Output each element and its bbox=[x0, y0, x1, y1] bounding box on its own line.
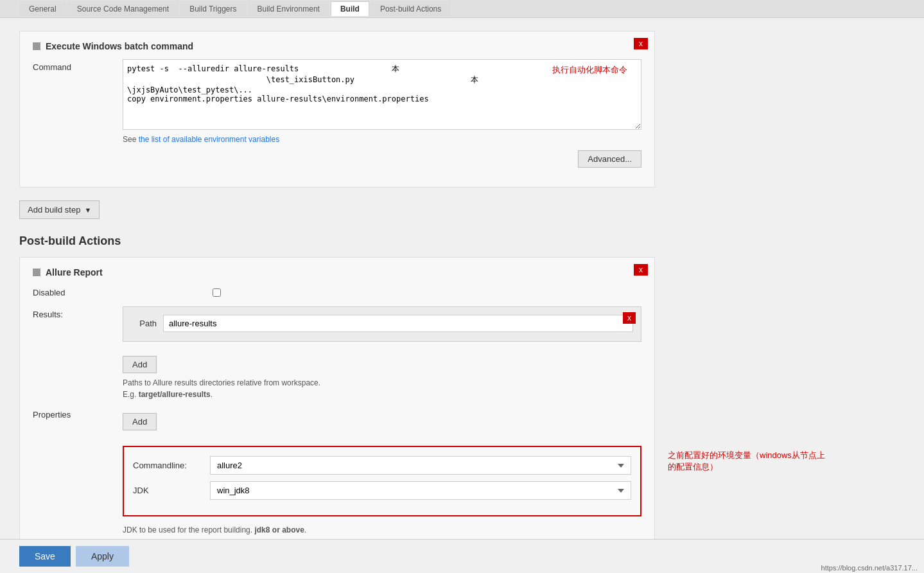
commandline-select[interactable]: allure2 allure1 bbox=[210, 456, 631, 475]
bottom-bar: Save Apply bbox=[0, 539, 924, 573]
path-row: Path bbox=[131, 315, 633, 332]
jdk-select[interactable]: win_jdk8 default bbox=[210, 481, 631, 500]
execute-windows-title: Execute Windows batch command bbox=[46, 41, 193, 51]
commandline-row: Commandline: allure2 allure1 bbox=[133, 456, 631, 475]
tab-post-build[interactable]: Post-build Actions bbox=[370, 1, 451, 16]
jdk-info: JDK to be used for the report building. … bbox=[123, 525, 641, 534]
add-build-step-label: Add build step bbox=[28, 205, 80, 215]
allure-grip-icon bbox=[33, 269, 40, 276]
commandline-label: Commandline: bbox=[133, 461, 210, 470]
main-content: Execute Windows batch command x Command … bbox=[0, 18, 674, 573]
post-build-title: Post-build Actions bbox=[19, 234, 655, 248]
path-label: Path bbox=[131, 319, 157, 328]
execute-windows-close-button[interactable]: x bbox=[634, 38, 648, 49]
disabled-checkbox[interactable] bbox=[213, 288, 221, 297]
annotation-execute: 执行自动化脚本命令 bbox=[552, 64, 924, 76]
bottom-url: https://blog.csdn.net/a317.17... bbox=[821, 564, 918, 572]
execute-windows-block: Execute Windows batch command x Command … bbox=[19, 31, 655, 188]
disabled-row: Disabled bbox=[33, 288, 641, 297]
results-helper: Paths to Allure results directories rela… bbox=[123, 377, 641, 400]
tab-general[interactable]: General bbox=[19, 1, 66, 16]
tab-build-triggers[interactable]: Build Triggers bbox=[180, 1, 246, 16]
env-vars-link[interactable]: the list of available environment variab… bbox=[139, 135, 279, 144]
jdk-row: JDK win_jdk8 default bbox=[133, 481, 631, 500]
commandline-spacer bbox=[33, 437, 123, 440]
execute-windows-header: Execute Windows batch command bbox=[33, 41, 641, 51]
jdk-label: JDK bbox=[133, 486, 210, 495]
command-row: Command pytest -s --alluredir allure-res… bbox=[33, 59, 641, 168]
allure-title: Allure Report bbox=[46, 267, 103, 278]
path-input[interactable] bbox=[163, 315, 633, 332]
properties-row: Properties Add bbox=[33, 407, 641, 430]
tab-bar: General Source Code Management Build Tri… bbox=[0, 0, 924, 18]
results-row: Results: x Path Add Paths to Allure resu… bbox=[33, 306, 641, 400]
apply-button[interactable]: Apply bbox=[76, 546, 129, 567]
properties-add-button[interactable]: Add bbox=[123, 413, 157, 430]
results-add-button[interactable]: Add bbox=[123, 356, 157, 373]
results-inner: x Path bbox=[123, 306, 641, 342]
results-field: x Path Add Paths to Allure results direc… bbox=[123, 306, 641, 400]
allure-close-button[interactable]: x bbox=[634, 264, 648, 276]
commandline-box: Commandline: allure2 allure1 JDK w bbox=[123, 446, 641, 516]
properties-field: Add bbox=[123, 407, 641, 430]
env-vars-hint: See the list of available environment va… bbox=[123, 135, 641, 144]
page-wrapper: General Source Code Management Build Tri… bbox=[0, 0, 924, 573]
allure-report-card: Allure Report x Disabled Results: x bbox=[19, 257, 655, 573]
post-build-section: Post-build Actions Allure Report x Disab… bbox=[19, 234, 655, 573]
tab-build-environment[interactable]: Build Environment bbox=[248, 1, 329, 16]
tab-source-code[interactable]: Source Code Management bbox=[67, 1, 179, 16]
allure-header: Allure Report bbox=[33, 267, 641, 278]
save-button[interactable]: Save bbox=[19, 546, 71, 567]
dropdown-arrow-icon: ▼ bbox=[84, 206, 91, 214]
advanced-button[interactable]: Advanced... bbox=[578, 150, 641, 168]
add-build-step-button[interactable]: Add build step ▼ bbox=[19, 200, 100, 219]
annotation-commandline: 之前配置好的环境变量（windows从节点上的配置信息） bbox=[668, 450, 828, 473]
results-close-button[interactable]: x bbox=[623, 312, 636, 324]
grip-icon bbox=[33, 42, 40, 50]
tab-build[interactable]: Build bbox=[331, 1, 369, 16]
results-label: Results: bbox=[33, 306, 123, 319]
properties-label: Properties bbox=[33, 407, 123, 419]
command-label: Command bbox=[33, 59, 123, 72]
disabled-label: Disabled bbox=[33, 288, 123, 297]
